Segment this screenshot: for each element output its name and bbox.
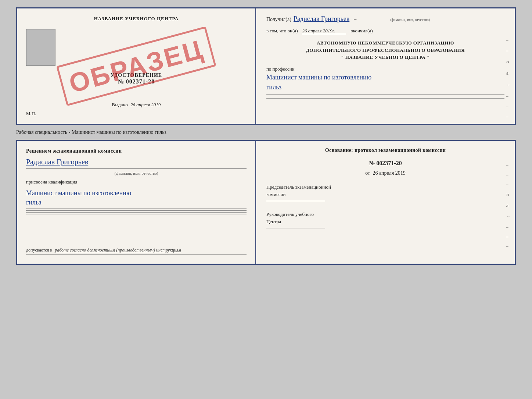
certificate-bottom: Решением экзаменационной комиссии Радисл… bbox=[16, 140, 516, 265]
rukovoditel-subtitle: Центра bbox=[266, 218, 504, 225]
protocol-date: 26 апреля 2019 bbox=[373, 170, 406, 176]
name-underline bbox=[26, 168, 247, 169]
protocol-number: № 002371-20 bbox=[266, 160, 504, 167]
resheniem-text: Решением экзаменационной комиссии bbox=[26, 148, 247, 154]
dash-3: и bbox=[506, 58, 511, 64]
okончил-suffix: окончил(а) bbox=[351, 28, 373, 34]
qual-underline1 bbox=[26, 209, 247, 209]
bottom-name: Радислав Григорьев bbox=[26, 158, 247, 166]
poluchil-name: Радислав Григорьев bbox=[294, 15, 349, 23]
bdash-8: – bbox=[506, 234, 511, 239]
org-line3: " НАЗВАНИЕ УЧЕБНОГО ЦЕНТРА " bbox=[266, 54, 504, 61]
vydano-label: Выдано bbox=[112, 102, 128, 107]
poluchil-prefix: Получил(а) bbox=[266, 17, 291, 22]
org-block: АВТОНОМНУЮ НЕКОММЕРЧЕСКУЮ ОРГАНИЗАЦИЮ ДО… bbox=[266, 39, 504, 61]
dopuskaetsya-text: работе согласно должностным (производств… bbox=[55, 247, 181, 253]
vtom-date: 26 апреля 2019г. bbox=[302, 28, 346, 34]
qualification-block: Машинист машины по изготовлению гильз bbox=[26, 189, 247, 216]
top-left-title: НАЗВАНИЕ УЧЕБНОГО ЦЕНТРА bbox=[94, 16, 179, 22]
osnovanie-title: Основание: протокол экзаменационной коми… bbox=[266, 147, 504, 153]
udostoverenie-number: № 002371-20 bbox=[118, 78, 155, 85]
qual-underline4 bbox=[26, 214, 247, 214]
certificate-top: НАЗВАНИЕ УЧЕБНОГО ЦЕНТРА УДОСТОВЕРЕНИЕ №… bbox=[16, 7, 516, 125]
predsedatel-signature-line bbox=[266, 201, 325, 201]
dash-line-2 bbox=[266, 98, 504, 99]
dash-4: а bbox=[506, 70, 511, 76]
dash-2: – bbox=[506, 48, 511, 53]
protocol-date-line: от 26 апреля 2019 bbox=[266, 170, 504, 176]
rukovoditel-title: Руководитель учебного bbox=[266, 211, 504, 218]
cert-bottom-right: Основание: протокол экзаменационной коми… bbox=[256, 141, 515, 264]
bdash-3: – bbox=[506, 182, 511, 186]
vtom-prefix: в том, что он(а) bbox=[266, 28, 298, 34]
bdash-5: а bbox=[506, 203, 511, 209]
qual-line2: гильз bbox=[26, 199, 41, 206]
predsedatel-subtitle: комиссии bbox=[266, 191, 504, 198]
po-professii-label: по профессии bbox=[266, 66, 504, 72]
qual-underline3 bbox=[26, 212, 247, 213]
bdash-9: – bbox=[506, 244, 511, 248]
qual-line1: Машинист машины по изготовлению bbox=[26, 189, 131, 197]
profession-name2: гильз bbox=[266, 83, 504, 92]
dash-line-1 bbox=[266, 94, 504, 95]
name-block: Радислав Григорьев (фамилия, имя, отчест… bbox=[26, 158, 247, 175]
dash-5: ← bbox=[506, 82, 511, 88]
bdash-2: – bbox=[506, 172, 511, 177]
dash-separator: – bbox=[354, 17, 356, 22]
udostoverenie-label: УДОСТОВЕРЕНИЕ bbox=[111, 72, 162, 78]
dopusk-underline bbox=[26, 254, 247, 255]
prisvoena-text: присвоена квалификация bbox=[26, 179, 247, 185]
org-line2: ДОПОЛНИТЕЛЬНОГО ПРОФЕССИОНАЛЬНОГО ОБРАЗО… bbox=[266, 47, 504, 54]
bdash-4: и bbox=[506, 192, 511, 197]
document-wrapper: НАЗВАНИЕ УЧЕБНОГО ЦЕНТРА УДОСТОВЕРЕНИЕ №… bbox=[16, 7, 516, 265]
protocol-date-prefix: от bbox=[365, 170, 370, 176]
poluchil-line: Получил(а) Радислав Григорьев – (фамилия… bbox=[266, 15, 504, 23]
bdash-7: – bbox=[506, 225, 511, 229]
mp-line: М.П. bbox=[26, 111, 36, 117]
name-hint: (фамилия, имя, отчество) bbox=[26, 171, 247, 175]
bdash-1: – bbox=[506, 163, 511, 167]
cert-top-right: Получил(а) Радислав Григорьев – (фамилия… bbox=[256, 8, 515, 124]
cert-top-left: НАЗВАНИЕ УЧЕБНОГО ЦЕНТРА УДОСТОВЕРЕНИЕ №… bbox=[17, 8, 256, 124]
vtom-line: в том, что он(а) 26 апреля 2019г. окончи… bbox=[266, 28, 504, 34]
dash-8: – bbox=[506, 114, 511, 119]
predsedatel-block: Председатель экзаменационной комиссии bbox=[266, 184, 504, 202]
po-professii-block: по профессии Машинист машины по изготовл… bbox=[266, 66, 504, 100]
dash-7: – bbox=[506, 104, 511, 108]
rukovoditel-signature-line bbox=[266, 228, 325, 228]
dash-1: – bbox=[506, 38, 511, 42]
poluchil-hint: (фамилия, имя, отчество) bbox=[390, 18, 430, 22]
right-dashes-bottom: – – – и а ← – – – bbox=[506, 163, 511, 248]
profession-name: Машинист машины по изготовлению bbox=[266, 73, 504, 82]
dash-6: – bbox=[506, 94, 511, 98]
dopuskaetsya-block: допускается к работе согласно должностны… bbox=[26, 247, 247, 256]
photo-placeholder bbox=[26, 29, 55, 66]
predsedatel-title: Председатель экзаменационной bbox=[266, 184, 504, 191]
org-line1: АВТОНОМНУЮ НЕКОММЕРЧЕСКУЮ ОРГАНИЗАЦИЮ bbox=[266, 39, 504, 47]
dopuskaetsya-prefix: допускается к bbox=[26, 247, 52, 253]
vydano-line: Выдано 26 апреля 2019 bbox=[112, 97, 161, 108]
obrazec-stamp: ОБРАЗЕЦ bbox=[56, 26, 216, 106]
vydano-date: 26 апреля 2019 bbox=[130, 102, 161, 107]
qual-underline2 bbox=[26, 210, 247, 211]
bdash-6: ← bbox=[506, 214, 511, 220]
udostoverenie-block: УДОСТОВЕРЕНИЕ № 002371-20 bbox=[111, 72, 162, 85]
cert-bottom-left: Решением экзаменационной комиссии Радисл… bbox=[17, 141, 256, 264]
rukovoditel-block: Руководитель учебного Центра bbox=[266, 211, 504, 229]
specialty-text: Рабочая специальность - Машинист машины … bbox=[16, 128, 166, 137]
right-dashes: – – и а ← – – – bbox=[506, 38, 511, 119]
